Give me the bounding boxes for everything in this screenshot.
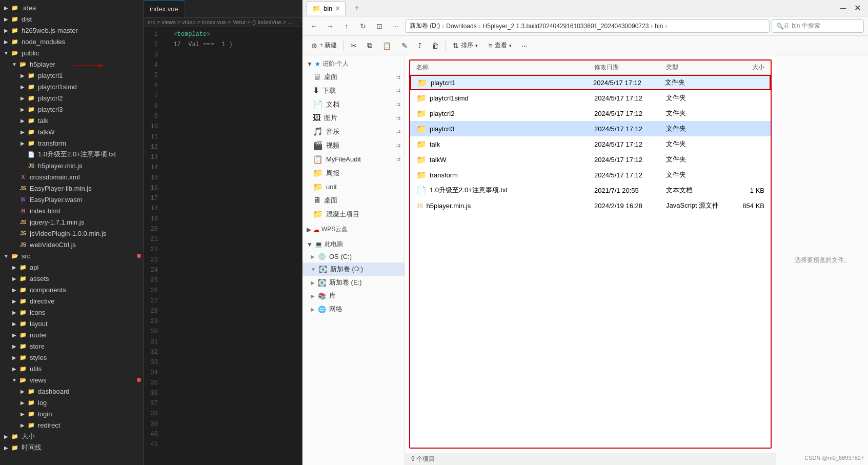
minimize-btn[interactable]: ─ (837, 4, 849, 12)
tree-item-talk[interactable]: ▶📁talk (0, 115, 143, 126)
tree-item-api[interactable]: ▶📁api (0, 261, 143, 273)
nav-videos[interactable]: 🎬 视频 ⇉ (302, 138, 405, 152)
tree-item-store[interactable]: ▶📁store (0, 340, 143, 352)
nav-desktop-1[interactable]: 🖥 桌面 ⇉ (302, 70, 405, 84)
nav-weekly[interactable]: 📁 周报 (302, 166, 405, 180)
tree-item-styles[interactable]: ▶📁styles (0, 352, 143, 363)
nav-music-label: 音乐 (326, 127, 339, 136)
tree-item-crossdomain[interactable]: Xcrossdomain.xml (0, 171, 143, 183)
tree-label-h5player-min: h5player.min.js (38, 162, 141, 170)
tab-close-btn[interactable]: ✕ (335, 5, 340, 12)
tree-item-jsvideo[interactable]: JSjsVideoPlugin-1.0.0.min.js (0, 228, 143, 239)
more-btn[interactable]: ··· (389, 19, 403, 33)
tree-item-login[interactable]: ▶📁login (0, 408, 143, 419)
file-row-3[interactable]: 📁 playtcrl3 2024/5/17 17:12 文件夹 (410, 121, 771, 136)
nav-library[interactable]: ▶ 📚 库 (302, 289, 405, 302)
nav-concrete[interactable]: 📁 混凝土项目 (302, 207, 405, 221)
tree-item-playtcrl1[interactable]: ▶📁playtcrl1 (0, 70, 143, 81)
path-part-4[interactable]: bin (655, 23, 663, 30)
tree-item-redirect[interactable]: ▶📁redirect (0, 419, 143, 431)
tree-item-shijianxian[interactable]: ▶ 📁 时间线 (0, 442, 143, 453)
nav-documents[interactable]: 📄 文档 ⇉ (302, 97, 405, 111)
nav-unit[interactable]: 📁 unit (302, 180, 405, 194)
forward-btn[interactable]: → (323, 19, 337, 33)
file-row-1[interactable]: 📁 playtcrl1simd 2024/5/17 17:12 文件夹 (410, 90, 771, 106)
tree-item-directive[interactable]: ▶📁directive (0, 295, 143, 307)
tree-item-utils[interactable]: ▶📁utils (0, 363, 143, 374)
tree-item-public[interactable]: ▼📂public (0, 47, 143, 58)
nav-downloads[interactable]: ⬇ 下载 ⇉ (302, 84, 405, 97)
nav-network[interactable]: ▶ 🌐 网络 (302, 302, 405, 316)
tree-item-daxiao[interactable]: ▶ 📁 大小 (0, 431, 143, 442)
tree-item-playtcrl2[interactable]: ▶📁playtcrl2 (0, 92, 143, 104)
sort-btn[interactable]: ⇅ 排序 ▾ (448, 39, 482, 52)
tree-item-h5player-min[interactable]: JSh5player.min.js (0, 160, 143, 171)
share-btn[interactable]: ⤴ (413, 39, 426, 52)
tree-item-log[interactable]: ▶📁log (0, 397, 143, 408)
explorer-tab-bin[interactable]: 📁 bin ✕ (307, 1, 346, 15)
tree-item-webvideo[interactable]: JSwebVideoCtrl.js (0, 239, 143, 250)
view-btn[interactable]: ≡ 查看 ▾ (483, 39, 516, 52)
tree-item-jquery[interactable]: JSjquery-1.7.1.min.js (0, 216, 143, 228)
tree-item-playtcrl1simd[interactable]: ▶📁playtcrl1simd (0, 81, 143, 92)
paste-btn[interactable]: 📋 (378, 39, 396, 52)
nav-music[interactable]: 🎵 音乐 ⇉ (302, 125, 405, 138)
file-row-0[interactable]: 📁 playtcrl1 2024/5/17 17:12 文件夹 (410, 75, 771, 90)
tree-item-icons[interactable]: ▶📁icons (0, 307, 143, 318)
nav-os-c[interactable]: ▶ 💿 OS (C:) (302, 251, 405, 262)
tree-label-utils: utils (30, 365, 141, 373)
tree-item-layout[interactable]: ▶📁layout (0, 318, 143, 329)
tree-item-playtcrl3[interactable]: ▶📁playtcrl3 (0, 104, 143, 115)
path-part-2[interactable]: Downloads (446, 23, 476, 30)
nav-myfileaudit[interactable]: 📋 MyFileAudit ⇉ (302, 152, 405, 166)
tree-item-src[interactable]: ▼📂src (0, 250, 143, 261)
tree-item-easyplayer-wasm[interactable]: WEasyPlayer.wasm (0, 194, 143, 205)
cut-btn[interactable]: ✂ (346, 39, 361, 52)
up-btn[interactable]: ↑ (339, 19, 354, 33)
tree-item-transform[interactable]: ▶📁transform (0, 137, 143, 149)
nav-new-vol-d[interactable]: ▼ 💽 新加卷 (D:) (302, 262, 405, 276)
copy-btn[interactable]: ⧉ (362, 39, 377, 52)
file-row-6[interactable]: 📁 transform 2024/5/17 17:12 文件夹 (410, 167, 771, 183)
tree-item-idea[interactable]: ▶📁.idea (0, 2, 143, 13)
file-row-4[interactable]: 📁 talk 2024/5/17 17:12 文件夹 (410, 136, 771, 152)
path-part-3[interactable]: H5player_2.1.3.build20240429161033601_20… (483, 23, 649, 30)
tab-index-vue[interactable]: index.vue (144, 0, 185, 17)
nav-new-vol-e[interactable]: ▶ 💽 新加卷 (E:) (302, 276, 405, 289)
search-box[interactable]: 🔍 在 bin 中搜索 (772, 19, 864, 33)
new-tab-btn[interactable]: ＋ (350, 3, 364, 13)
tree-item-node_modules[interactable]: ▶📁node_modules (0, 36, 143, 47)
nav-pictures[interactable]: 🖼 图片 ⇉ (302, 111, 405, 125)
delete-btn[interactable]: 🗑 (427, 39, 443, 52)
file-row-2[interactable]: 📁 playtcrl2 2024/5/17 17:12 文件夹 (410, 106, 771, 121)
address-path[interactable]: 新加卷 (D:) › Downloads › H5player_2.1.3.bu… (405, 19, 770, 33)
tree-item-assets[interactable]: ▶📁assets (0, 273, 143, 284)
path-part-1[interactable]: 新加卷 (D:) (410, 22, 440, 30)
tree-item-talkW[interactable]: ▶📁talkW (0, 126, 143, 137)
tree-arrow-talk: ▶ (18, 118, 27, 124)
view-chevron-icon: ▾ (509, 43, 512, 48)
tree-item-h5player[interactable]: ▼📂h5player (0, 58, 143, 70)
file-row-5[interactable]: 📁 talkW 2024/5/17 17:12 文件夹 (410, 152, 771, 167)
close-btn[interactable]: ✕ (851, 4, 864, 12)
file-row-8[interactable]: JS h5player.min.js 2024/2/19 16:28 JavaS… (410, 198, 771, 213)
nav-desktop-2[interactable]: 🖥 桌面 (302, 194, 405, 207)
more-options-btn[interactable]: ··· (517, 39, 533, 52)
refresh-btn[interactable]: ↻ (356, 19, 370, 33)
tree-item-upgrade-txt[interactable]: 📄1.0升级至2.0+注意事项.txt (0, 149, 143, 160)
file-row-7[interactable]: 📄 1.0升级至2.0+注意事项.txt 2021/7/1 20:55 文本文档… (410, 183, 771, 198)
back-btn[interactable]: ← (307, 19, 321, 33)
tree-item-router[interactable]: ▶📁router (0, 329, 143, 340)
tree-item-views[interactable]: ▼📂views (0, 374, 143, 386)
tree-item-h265web[interactable]: ▶📁h265web.js-master (0, 25, 143, 36)
tree-item-components[interactable]: ▶📁components (0, 284, 143, 295)
view-toggle-btn[interactable]: ⊡ (372, 19, 387, 33)
tree-item-dist[interactable]: ▶📁dist (0, 13, 143, 25)
tree-item-easyplayer-lib[interactable]: JSEasyPlayer-lib.min.js (0, 183, 143, 194)
rename-btn[interactable]: ✎ (397, 39, 412, 52)
tree-item-index-html[interactable]: Hindex.html (0, 205, 143, 216)
new-btn[interactable]: ⊕ + 新建 (307, 39, 341, 52)
dot-views (137, 378, 141, 382)
tree-item-dashboard[interactable]: ▶📁dashboard (0, 386, 143, 397)
file-tree-content[interactable]: ▶📁.idea▶📁dist▶📁h265web.js-master▶📁node_m… (0, 0, 143, 465)
